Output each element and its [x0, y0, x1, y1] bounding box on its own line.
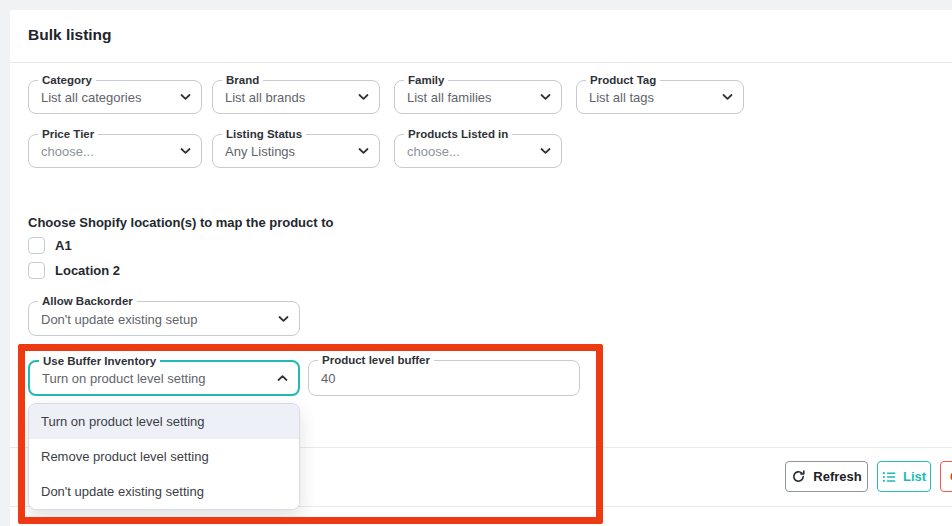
- product-tag-value: List all tags: [589, 90, 654, 105]
- allow-backorder-select[interactable]: Allow Backorder Don't update existing se…: [28, 301, 300, 336]
- chevron-down-icon: [278, 315, 289, 323]
- list-icon: [882, 471, 896, 483]
- use-buffer-inventory-select[interactable]: Use Buffer Inventory Turn on product lev…: [28, 360, 300, 396]
- list-button-label: List: [903, 469, 926, 484]
- list-button[interactable]: List: [877, 461, 931, 492]
- location-2-checkbox[interactable]: [28, 262, 45, 279]
- location-a1-checkbox[interactable]: [28, 237, 45, 254]
- listing-status-select[interactable]: Listing Status Any Listings: [212, 134, 380, 168]
- refresh-button[interactable]: Refresh: [785, 461, 868, 492]
- chevron-up-icon: [277, 374, 288, 382]
- brand-select[interactable]: Brand List all brands: [212, 80, 380, 114]
- family-select[interactable]: Family List all families: [394, 80, 562, 114]
- use-buffer-inventory-dropdown: Turn on product level setting Remove pro…: [28, 403, 300, 510]
- allow-backorder-label: Allow Backorder: [38, 294, 137, 308]
- category-label: Category: [38, 73, 96, 87]
- price-tier-label: Price Tier: [38, 127, 98, 141]
- category-value: List all categories: [41, 90, 141, 105]
- listing-status-label: Listing Status: [222, 127, 306, 141]
- category-select[interactable]: Category List all categories: [28, 80, 202, 114]
- price-tier-value: choose...: [41, 144, 94, 159]
- location-2-label: Location 2: [55, 263, 120, 278]
- bulk-listing-page: Bulk listing Category List all categorie…: [0, 0, 952, 526]
- chevron-down-icon: [358, 93, 369, 101]
- chevron-down-icon: [540, 147, 551, 155]
- clipped-action-button[interactable]: C: [940, 461, 952, 492]
- allow-backorder-value: Don't update existing setup: [41, 311, 197, 326]
- price-tier-select[interactable]: Price Tier choose...: [28, 134, 202, 168]
- family-label: Family: [404, 73, 448, 87]
- location-row-a1: A1: [28, 236, 72, 254]
- brand-value: List all brands: [225, 90, 305, 105]
- products-listed-in-label: Products Listed in: [404, 127, 512, 141]
- dropdown-option-turn-on[interactable]: Turn on product level setting: [29, 404, 299, 439]
- product-level-buffer-field: Product level buffer: [308, 360, 580, 396]
- product-level-buffer-input[interactable]: [309, 361, 579, 395]
- dropdown-option-remove[interactable]: Remove product level setting: [29, 439, 299, 474]
- product-tag-select[interactable]: Product Tag List all tags: [576, 80, 744, 114]
- chevron-down-icon: [358, 147, 369, 155]
- chevron-down-icon: [180, 147, 191, 155]
- listing-status-value: Any Listings: [225, 144, 295, 159]
- chevron-down-icon: [180, 93, 191, 101]
- family-value: List all families: [407, 90, 492, 105]
- page-title: Bulk listing: [28, 26, 112, 44]
- header-divider: [10, 62, 952, 63]
- location-row-2: Location 2: [28, 261, 120, 279]
- chevron-down-icon: [722, 93, 733, 101]
- products-listed-in-value: choose...: [407, 144, 460, 159]
- use-buffer-inventory-label: Use Buffer Inventory: [39, 354, 160, 368]
- product-tag-label: Product Tag: [586, 73, 660, 87]
- locations-heading: Choose Shopify location(s) to map the pr…: [28, 215, 334, 230]
- brand-label: Brand: [222, 73, 263, 87]
- products-listed-in-select[interactable]: Products Listed in choose...: [394, 134, 562, 168]
- refresh-button-label: Refresh: [813, 469, 861, 484]
- location-a1-label: A1: [55, 238, 72, 253]
- refresh-icon: [791, 469, 806, 484]
- use-buffer-inventory-value: Turn on product level setting: [42, 371, 206, 386]
- chevron-down-icon: [540, 93, 551, 101]
- dropdown-option-dont-update[interactable]: Don't update existing setting: [29, 474, 299, 509]
